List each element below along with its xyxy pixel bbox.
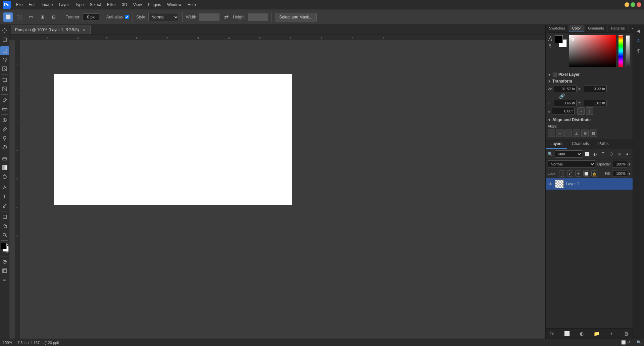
menu-select[interactable]: Select	[87, 2, 103, 8]
eyedropper-button[interactable]	[0, 96, 9, 104]
fixed-marquee-button[interactable]: ▭	[26, 12, 36, 22]
lock-position-btn[interactable]: ✛	[575, 170, 581, 177]
clone-stamp-button[interactable]	[0, 134, 9, 143]
object-select-button[interactable]	[0, 64, 9, 73]
align-distribute-header[interactable]: ▼ Align and Distribute	[548, 117, 631, 122]
feathered-marquee-button[interactable]: ⬛	[15, 12, 24, 22]
menu-window[interactable]: Window	[164, 2, 184, 8]
align-left-button[interactable]: ⊢	[548, 130, 555, 137]
patterns-tab[interactable]: Patterns	[608, 25, 629, 32]
status-zoom-button[interactable]: 🔍	[637, 340, 641, 345]
layer-filter-type-btn[interactable]: T	[600, 151, 606, 157]
menu-3d[interactable]: 3D	[119, 2, 130, 8]
layer-filter-shape-btn[interactable]: ⬡	[608, 151, 614, 157]
brush-button[interactable]	[0, 125, 9, 134]
y-transform-input[interactable]	[584, 100, 607, 106]
swap-colors-icon[interactable]: ⇄	[6, 243, 9, 246]
align-center-v-button[interactable]: ⊞	[581, 130, 589, 137]
layer-fx-button[interactable]: fx	[548, 330, 556, 337]
frame-button[interactable]	[0, 85, 9, 93]
style-select[interactable]: Normal Fixed Ratio Fixed Size	[148, 13, 179, 21]
lock-image-btn[interactable]: 🖌	[567, 170, 573, 177]
lasso-button[interactable]	[0, 55, 9, 64]
properties-header[interactable]: ▼ ⬛ Pixel Layer	[548, 72, 631, 77]
swatches-tab[interactable]: Swatches	[546, 25, 569, 32]
paths-tab[interactable]: Paths	[594, 139, 613, 149]
menu-view[interactable]: View	[131, 2, 145, 8]
document-tab[interactable]: Pumpkin @ 100% (Layer 1, RGB/8) ×	[11, 26, 91, 34]
marquee-tool-button[interactable]: ⬜	[3, 12, 13, 22]
status-rotate-button[interactable]: ↺	[627, 340, 630, 345]
shape-button[interactable]	[0, 212, 9, 221]
panel-toggle-color[interactable]: A	[634, 36, 643, 46]
menu-type[interactable]: Type	[72, 2, 86, 8]
color-tab[interactable]: Color	[569, 25, 585, 32]
fill-input[interactable]	[612, 170, 627, 177]
transform-header[interactable]: ▼ Transform	[548, 79, 631, 84]
x-transform-input[interactable]	[584, 86, 607, 92]
menu-file[interactable]: File	[13, 2, 25, 8]
add-mask-button[interactable]: ⬜	[563, 330, 571, 337]
height-transform-input[interactable]	[554, 100, 577, 106]
type-button[interactable]: T	[0, 192, 9, 201]
close-button[interactable]	[637, 2, 641, 7]
move-tool-button[interactable]	[0, 26, 9, 35]
status-screen-button[interactable]: ⬜	[621, 340, 626, 345]
lock-transparent-btn[interactable]: ⬚	[559, 170, 565, 177]
gradients-tab[interactable]: Gradients	[585, 25, 608, 32]
align-right-button[interactable]: ⊤	[564, 130, 572, 137]
kind-select[interactable]: Kind	[555, 150, 582, 158]
artboard-tool-button[interactable]	[0, 35, 9, 44]
canvas-scroll-area[interactable]	[20, 40, 545, 339]
link-proportions-icon[interactable]: 🔗	[559, 93, 565, 99]
fg-swatch[interactable]	[555, 35, 563, 43]
panel-toggle-type[interactable]: ¶	[634, 46, 643, 56]
subtract-marquee-button[interactable]: ⊟	[49, 12, 58, 22]
ruler-button[interactable]	[0, 105, 9, 113]
opacity-dropdown-icon[interactable]: ▾	[629, 162, 631, 166]
select-and-mask-button[interactable]: Select and Mask...	[275, 13, 317, 21]
quick-mask-button[interactable]	[0, 257, 9, 266]
status-navigate-button[interactable]: ⛶	[632, 341, 635, 345]
close-tab-button[interactable]: ×	[82, 28, 86, 32]
delete-layer-button[interactable]: 🗑	[623, 330, 630, 337]
zoom-button[interactable]	[0, 231, 9, 239]
layer-filter-adjust-btn[interactable]: ◐	[592, 151, 598, 157]
opacity-slider-color[interactable]	[626, 35, 630, 67]
table-row[interactable]: 👁 Layer 1	[546, 178, 633, 190]
layer-visibility-icon[interactable]: 👁	[548, 181, 553, 187]
minimize-button[interactable]	[625, 2, 629, 7]
feather-input[interactable]	[83, 13, 99, 21]
channels-tab[interactable]: Channels	[567, 139, 594, 149]
align-top-button[interactable]: ⊥	[573, 130, 580, 137]
create-group-button[interactable]: 📁	[593, 330, 600, 337]
height-input[interactable]	[248, 13, 268, 21]
color-picker-gradient[interactable]	[569, 35, 616, 67]
screen-mode-button[interactable]	[0, 266, 9, 275]
menu-filter[interactable]: Filter	[104, 2, 119, 8]
lock-all-btn[interactable]: 🔒	[591, 170, 597, 177]
swap-dimensions-button[interactable]: ⇄	[221, 12, 231, 22]
pen-button[interactable]	[0, 183, 9, 192]
opacity-input[interactable]	[612, 161, 627, 167]
gradient-button[interactable]	[0, 163, 9, 172]
crop-button[interactable]	[0, 76, 9, 84]
full-marquee-button[interactable]: ⊞	[38, 12, 47, 22]
hue-slider[interactable]	[618, 35, 623, 67]
align-center-h-button[interactable]: ⊣	[556, 130, 563, 137]
layer-filter-pixel-btn[interactable]: ⬜	[584, 151, 590, 157]
angle-input[interactable]	[552, 108, 575, 114]
align-bottom-button[interactable]: ⊟	[590, 130, 597, 137]
width-transform-input[interactable]	[554, 86, 577, 92]
maximize-button[interactable]	[631, 2, 635, 7]
menu-image[interactable]: Image	[39, 2, 55, 8]
menu-plugins[interactable]: Plugins	[145, 2, 164, 8]
blend-mode-select[interactable]: Normal Dissolve Multiply Screen Overlay	[548, 160, 595, 168]
photoshop-canvas[interactable]	[54, 74, 292, 205]
reset-colors-icon[interactable]: ↺	[6, 250, 9, 254]
menu-edit[interactable]: Edit	[26, 2, 38, 8]
layer-filter-toggle-btn[interactable]: ●	[624, 151, 631, 157]
layer-filter-smart-btn[interactable]: ⊕	[616, 151, 623, 157]
actions-tab[interactable]: Actions	[629, 25, 633, 32]
add-layer-button[interactable]: +	[608, 330, 615, 337]
